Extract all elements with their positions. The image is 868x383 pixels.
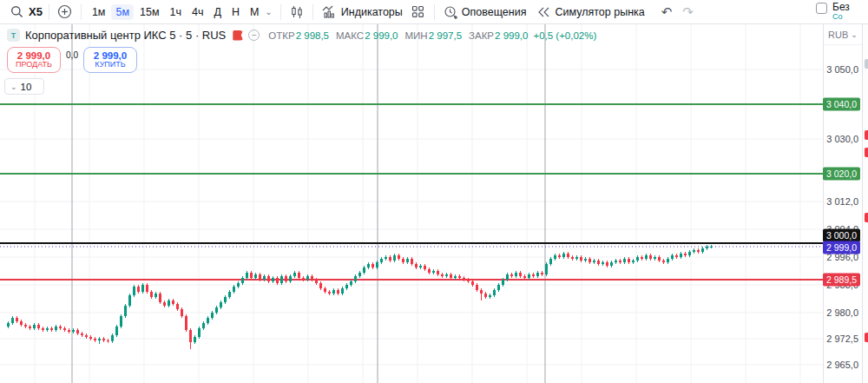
market-simulator-label: Симулятор рынка [555, 6, 644, 18]
candle [428, 269, 431, 273]
candle [198, 328, 201, 337]
price-line-label-3000[interactable]: 3 000,0 [823, 229, 860, 242]
timeframe-button-4ч[interactable]: 4ч [187, 4, 207, 20]
quantity-chevron-down-icon: ⌄ [10, 83, 17, 91]
candlestick-chart[interactable] [0, 24, 868, 383]
candle [662, 261, 665, 262]
candle [463, 278, 465, 280]
candle [306, 276, 309, 280]
ohlc-item: МАКС2 999,0 [336, 30, 398, 41]
chart-area[interactable]: Т Корпоративный центр ИКС 5 · 5 · RUS – … [0, 24, 868, 383]
timeframe-button-М[interactable]: М [246, 4, 263, 20]
timeframe-button-Н[interactable]: Н [227, 4, 244, 20]
undo-button[interactable]: ↶ [656, 4, 678, 20]
indicators-button[interactable]: Индикаторы [319, 5, 405, 18]
toolbar-separator [49, 4, 49, 20]
candle [367, 264, 370, 267]
candle [254, 274, 257, 278]
spread-value: 0,0 [61, 50, 83, 60]
layout-grid-icon[interactable] [409, 3, 428, 22]
toolbar-separator [434, 4, 435, 20]
candle [432, 271, 435, 273]
cutoff-label-fragment [865, 213, 868, 222]
compare-add-icon[interactable] [56, 3, 75, 22]
chart-style-candles-icon[interactable] [287, 3, 306, 22]
instrument-title[interactable]: Корпоративный центр ИКС 5 · 5 · RUS [25, 29, 226, 42]
candle [480, 290, 483, 294]
candle [515, 273, 517, 276]
candle [68, 330, 70, 332]
toolbar-separator [81, 4, 82, 20]
buy-button[interactable]: 2 999,0 КУПИТЬ [83, 47, 137, 73]
candle [141, 285, 144, 292]
price-line-label-3020[interactable]: 3 020,0 [823, 168, 860, 181]
candle [454, 276, 457, 278]
candle [584, 259, 587, 261]
price-line-label-2989.5[interactable]: 2 989,5 [823, 274, 860, 287]
timeframe-button-Д[interactable]: Д [209, 4, 225, 20]
candle [688, 252, 691, 255]
axis-tick-3050: 3 050,0 [826, 64, 858, 75]
candle [37, 325, 40, 328]
candle [128, 295, 131, 306]
candle [467, 280, 470, 281]
timeframe-group: 1м5м15м1ч4чДНМ [88, 4, 263, 20]
timeframe-button-1м[interactable]: 1м [88, 4, 110, 20]
candle [11, 318, 14, 323]
market-simulator-button[interactable]: Симулятор рынка [534, 6, 647, 18]
timeframe-button-5м[interactable]: 5м [111, 4, 134, 20]
candle [24, 325, 27, 327]
candle [411, 259, 413, 264]
candle [645, 255, 648, 259]
ohlc-item: МИН2 997,5 [405, 30, 463, 41]
redo-button[interactable]: ↷ [677, 4, 699, 20]
candle [502, 280, 504, 285]
candle [285, 276, 287, 281]
candle [697, 250, 700, 252]
instrument-logo-icon: Т [7, 29, 20, 42]
candle [619, 261, 621, 262]
candle [72, 330, 75, 332]
candle [263, 276, 266, 280]
candle [293, 273, 296, 276]
candle [276, 278, 279, 283]
legend-collapse-icon[interactable]: – [248, 30, 260, 41]
candle [597, 261, 600, 264]
axis-tick-2980: 2 980,0 [826, 307, 858, 318]
candle [155, 294, 157, 297]
candle [102, 339, 105, 340]
timeframe-chevron-down-icon[interactable]: ⌄ [263, 7, 273, 17]
candle [593, 261, 595, 262]
candle [194, 337, 196, 342]
delay-checkbox[interactable] [816, 3, 827, 14]
candle [567, 254, 569, 257]
candle [675, 255, 678, 257]
candle [16, 318, 18, 321]
candle [133, 287, 135, 295]
candle [7, 323, 10, 327]
candle [315, 280, 318, 283]
candle [545, 264, 548, 274]
timeframe-button-15м[interactable]: 15м [135, 4, 164, 20]
x5-brand-icon [233, 30, 243, 41]
candle [332, 290, 335, 294]
candle [146, 285, 148, 292]
candle [376, 262, 378, 267]
buy-label: КУПИТЬ [95, 61, 125, 69]
quantity-selector[interactable]: ⌄ 10 [4, 78, 44, 95]
candle [441, 274, 444, 276]
candle [389, 257, 391, 261]
search-icon[interactable] [7, 3, 26, 22]
candle [519, 273, 522, 276]
price-line-label-3040[interactable]: 3 040,0 [823, 98, 860, 111]
sell-button[interactable]: 2 999,0 ПРОДАТЬ [7, 47, 61, 73]
currency-selector[interactable]: RUB ⌄ [824, 24, 862, 45]
symbol-search-label[interactable]: X5 [29, 5, 43, 18]
alerts-button[interactable]: Оповещения [441, 5, 529, 19]
last-price-label-2999[interactable]: 2 999,0 [823, 241, 860, 254]
price-axis[interactable]: RUB ⌄ 3 050,03 030,03 012,03 004,02 996,… [823, 24, 862, 383]
axis-tick-3030: 3 030,0 [826, 134, 858, 144]
timeframe-button-1ч[interactable]: 1ч [166, 4, 186, 20]
candle [250, 273, 253, 278]
candle [298, 273, 300, 278]
